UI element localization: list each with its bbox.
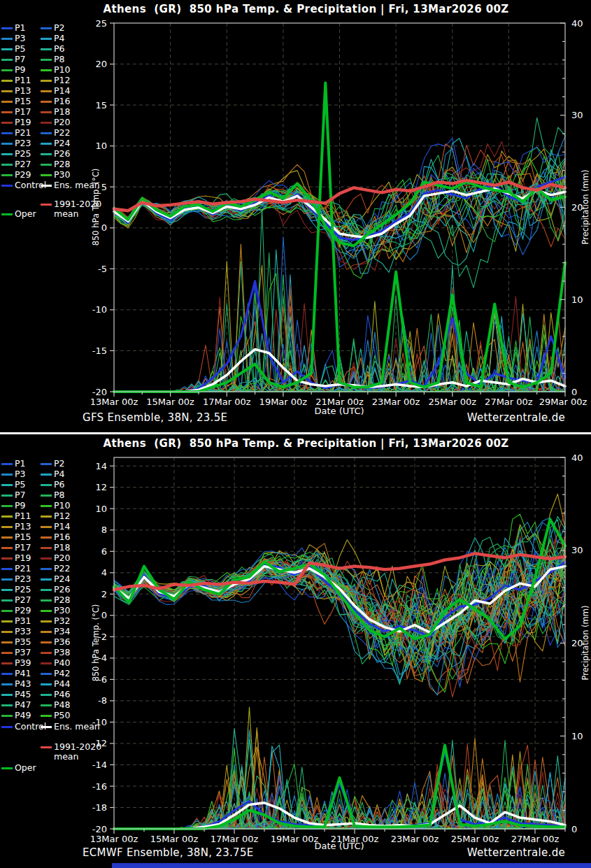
temp-tick-label: 25 xyxy=(95,18,107,29)
temp-tick-label: 10 xyxy=(95,141,107,151)
axis-frame xyxy=(110,457,565,834)
temp-tick-label: 4 xyxy=(101,567,107,578)
temp-tick-label: -5 xyxy=(98,264,107,274)
temp-tick-label: -15 xyxy=(92,346,107,356)
precip-tick-label: 40 xyxy=(571,453,583,463)
precip-tick-label: 0 xyxy=(571,824,577,834)
temp-tick-label: 2 xyxy=(101,589,107,599)
temp-tick-label: 20 xyxy=(95,59,107,69)
ensemble-member-temp-line xyxy=(114,556,565,653)
temp-tick-label: 14 xyxy=(95,461,107,471)
temp-tick-label: 12 xyxy=(95,482,107,492)
model-footer: GFS Ensemble, 38N, 23.5E xyxy=(83,411,227,424)
temp-tick-label: -12 xyxy=(92,738,107,748)
temp-tick-label: 6 xyxy=(101,546,107,557)
precip-tick-label: 10 xyxy=(571,731,583,741)
temp-tick-label: 15 xyxy=(95,100,107,111)
temp-tick-label: -20 xyxy=(92,387,107,397)
temp-tick-label: 0 xyxy=(101,222,107,233)
temp-axis-label: 850 hPa Temp. (°C) xyxy=(91,604,101,682)
grid xyxy=(114,457,565,829)
temp-axis-label: 850 hPa Temp. (°C) xyxy=(91,169,101,246)
precip-axis-label: Precipitation (mm) xyxy=(581,606,590,681)
date-axis-label: Date (UTC) xyxy=(266,406,413,416)
gfs-chart-panel: Athens (GR) 850 hPa Temp. & Precipitatio… xyxy=(0,0,591,434)
temp-tick-label: -10 xyxy=(92,304,107,315)
model-footer: ECMWF Ensemble, 38N, 23.75E xyxy=(83,846,254,859)
ecmwf-plot-svg: 14121086420-2-4-6-8-10-12-14-16-18-20403… xyxy=(0,434,591,868)
meteogram-page: Athens (GR) 850 hPa Temp. & Precipitatio… xyxy=(0,0,591,868)
ensemble-member-temp-line xyxy=(114,555,565,655)
date-tick-label: 29Mar 00z xyxy=(539,397,588,407)
temp-tick-label: -16 xyxy=(92,781,107,792)
precip-tick-label: 40 xyxy=(571,18,583,29)
date-tick-label: 25Mar 00z xyxy=(429,397,477,407)
precip-tick-label: 10 xyxy=(571,294,583,305)
temp-tick-label: -14 xyxy=(92,760,107,770)
temp-tick-label: -10 xyxy=(92,717,107,727)
date-tick-label: 27Mar 00z xyxy=(511,834,560,844)
date-tick-label: 15Mar 00z xyxy=(146,397,194,407)
temp-tick-label: 5 xyxy=(101,182,107,192)
precip-axis-label: Precipitation (mm) xyxy=(581,170,590,245)
temp-tick-label: 8 xyxy=(101,525,107,535)
temp-tick-label: 10 xyxy=(95,504,107,514)
precip-tick-label: 0 xyxy=(571,387,577,397)
temp-tick-label: -20 xyxy=(92,824,107,834)
temp-tick-label: -8 xyxy=(98,695,107,706)
ensemble-member-precip-line xyxy=(114,778,565,829)
precip-tick-label: 30 xyxy=(571,545,583,555)
ecmwf-chart-panel: Athens (GR) 850 hPa Temp. & Precipitatio… xyxy=(0,434,591,868)
temp-tick-label: 0 xyxy=(101,610,107,620)
precip-tick-label: 30 xyxy=(571,110,583,120)
date-tick-label: 13Mar 00z xyxy=(90,397,138,407)
date-tick-label: 17Mar 00z xyxy=(211,834,259,844)
date-tick-label: 17Mar 00z xyxy=(203,397,251,407)
brand-footer: Wetterzentrale.de xyxy=(467,411,565,424)
date-tick-label: 27Mar 00z xyxy=(485,397,533,407)
brand-footer: Wetterzentrale.de xyxy=(467,846,565,859)
date-axis-label: Date (UTC) xyxy=(266,841,413,851)
date-tick-label: 13Mar 00z xyxy=(90,834,138,844)
bottom-brand-bar xyxy=(112,863,591,868)
temp-tick-label: -18 xyxy=(92,802,107,813)
date-tick-label: 25Mar 00z xyxy=(451,834,499,844)
gfs-plot-svg: 2520151050-5-10-15-2040302010013Mar 00z1… xyxy=(0,0,591,434)
date-tick-label: 15Mar 00z xyxy=(150,834,199,844)
